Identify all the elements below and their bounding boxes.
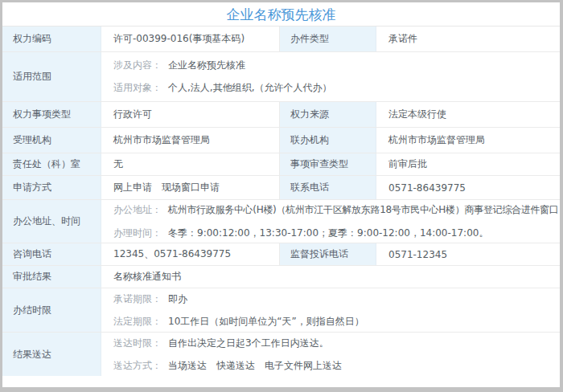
label-review-type: 事项审查类型 [280, 153, 376, 175]
value-accepting-agency: 杭州市市场监督管理局 [101, 128, 280, 153]
scope-content-value: 企业名称预先核准 [168, 59, 245, 72]
info-table: 权力编码 许可-00399-016(事项基本码) 办件类型 承诺件 适用范围 涉… [2, 27, 560, 376]
row-completion-limit: 办结时限 承诺期限： 即办 法定期限： 10工作日（如时间单位为“天”，则指自然… [2, 288, 560, 333]
value-complaint-phone: 0571-12345 [376, 243, 560, 265]
label-responsible-office: 责任处（科）室 [2, 153, 101, 175]
label-result-delivery: 结果送达 [2, 333, 101, 376]
office-time-key: 办理时间： [113, 227, 162, 240]
office-time-value: 冬季：9:00:12:00，13:30-17:00；夏季：9:00-12:00，… [168, 227, 488, 240]
row-scope: 适用范围 涉及内容： 企业名称预先核准 适用对象： 个人,法人,其他组织,（允许… [2, 52, 560, 102]
row-office-address-time: 办公地址、时间 办公地址： 杭州市行政服务中心(H楼)（杭州市江干区解放东路18… [2, 200, 560, 243]
label-accepting-agency: 受理机构 [2, 128, 101, 153]
label-completion-limit: 办结时限 [2, 288, 101, 332]
label-complaint-phone: 监督投诉电话 [280, 243, 376, 265]
row-responsible-office: 责任处（科）室 无 事项审查类型 前审后批 [2, 153, 560, 176]
office-address-line: 办公地址： 杭州市行政服务中心(H楼)（杭州市江干区解放东路18号市民中心H楼）… [113, 202, 563, 218]
value-apply-method: 网上申请 现场窗口申请 [101, 176, 280, 199]
label-power-source: 权力来源 [280, 102, 376, 127]
delivery-time-key: 送达时限： [113, 337, 162, 350]
value-power-code: 许可-00399-016(事项基本码) [101, 27, 280, 51]
delivery-method-value: 当场送达 快递送达 电子文件网上送达 [168, 359, 342, 373]
label-consult-phone: 咨询电话 [2, 243, 101, 265]
delivery-time-line: 送达时限： 自作出决定之日起3个工作日内送达。 [113, 337, 329, 350]
value-completion-limit: 承诺期限： 即办 法定期限： 10工作日（如时间单位为“天”，则指自然日） [101, 288, 560, 332]
row-consult-phone: 咨询电话 12345、0571-86439775 监督投诉电话 0571-123… [2, 243, 560, 266]
promise-period-line: 承诺期限： 即办 [113, 292, 187, 306]
scope-target-line: 适用对象： 个人,法人,其他组织,（允许个人代办） [113, 81, 331, 95]
scope-content-line: 涉及内容： 企业名称预先核准 [113, 59, 245, 72]
label-power-type: 权力事项类型 [2, 102, 101, 127]
row-accepting-agency: 受理机构 杭州市市场监督管理局 联办机构 杭州市市场监督管理局 [2, 128, 560, 153]
value-consult-phone: 12345、0571-86439775 [101, 243, 280, 265]
value-approval-result: 名称核准通知书 [101, 266, 560, 288]
row-apply-method: 申请方式 网上申请 现场窗口申请 联系电话 0571-86439775 [2, 176, 560, 200]
value-power-source: 法定本级行使 [376, 102, 560, 127]
delivery-method-line: 送达方式： 当场送达 快递送达 电子文件网上送达 [113, 359, 342, 373]
label-joint-agency: 联办机构 [280, 128, 376, 153]
page-title: 企业名称预先核准 [2, 2, 560, 27]
value-office-address-time: 办公地址： 杭州市行政服务中心(H楼)（杭州市江干区解放东路18号市民中心H楼）… [101, 200, 563, 243]
label-approval-result: 审批结果 [2, 266, 101, 288]
office-address-key: 办公地址： [113, 203, 162, 217]
promise-period-key: 承诺期限： [113, 292, 162, 306]
label-contact-phone: 联系电话 [280, 176, 376, 199]
legal-period-line: 法定期限： 10工作日（如时间单位为“天”，则指自然日） [113, 315, 364, 329]
value-joint-agency: 杭州市市场监督管理局 [376, 128, 560, 153]
label-apply-method: 申请方式 [2, 176, 101, 199]
label-power-code: 权力编码 [2, 27, 101, 51]
scope-target-value: 个人,法人,其他组织,（允许个人代办） [168, 81, 331, 95]
scope-target-key: 适用对象： [113, 81, 162, 95]
scope-content-key: 涉及内容： [113, 59, 162, 72]
row-approval-result: 审批结果 名称核准通知书 [2, 266, 560, 288]
office-time-line: 办理时间： 冬季：9:00:12:00，13:30-17:00；夏季：9:00-… [113, 227, 488, 240]
row-power-type: 权力事项类型 行政许可 权力来源 法定本级行使 [2, 102, 560, 128]
value-scope: 涉及内容： 企业名称预先核准 适用对象： 个人,法人,其他组织,（允许个人代办） [101, 52, 560, 101]
delivery-method-key: 送达方式： [113, 359, 162, 373]
value-result-delivery: 送达时限： 自作出决定之日起3个工作日内送达。 送达方式： 当场送达 快递送达 … [101, 333, 560, 376]
legal-period-value: 10工作日（如时间单位为“天”，则指自然日） [168, 315, 364, 329]
delivery-time-value: 自作出决定之日起3个工作日内送达。 [168, 337, 329, 350]
label-item-type: 办件类型 [280, 27, 376, 51]
row-result-delivery: 结果送达 送达时限： 自作出决定之日起3个工作日内送达。 送达方式： 当场送达 … [2, 333, 560, 376]
label-office-address-time: 办公地址、时间 [2, 200, 101, 243]
promise-period-value: 即办 [168, 292, 187, 306]
service-detail-page: 企业名称预先核准 权力编码 许可-00399-016(事项基本码) 办件类型 承… [0, 0, 563, 392]
value-item-type: 承诺件 [376, 27, 560, 51]
value-power-type: 行政许可 [101, 102, 280, 127]
legal-period-key: 法定期限： [113, 315, 162, 329]
label-scope: 适用范围 [2, 52, 101, 101]
office-address-value: 杭州市行政服务中心(H楼)（杭州市江干区解放东路18号市民中心H楼）商事登记综合… [168, 203, 558, 217]
row-power-code: 权力编码 许可-00399-016(事项基本码) 办件类型 承诺件 [2, 27, 560, 52]
value-responsible-office: 无 [101, 153, 280, 175]
value-review-type: 前审后批 [376, 153, 560, 175]
value-contact-phone: 0571-86439775 [376, 176, 560, 199]
